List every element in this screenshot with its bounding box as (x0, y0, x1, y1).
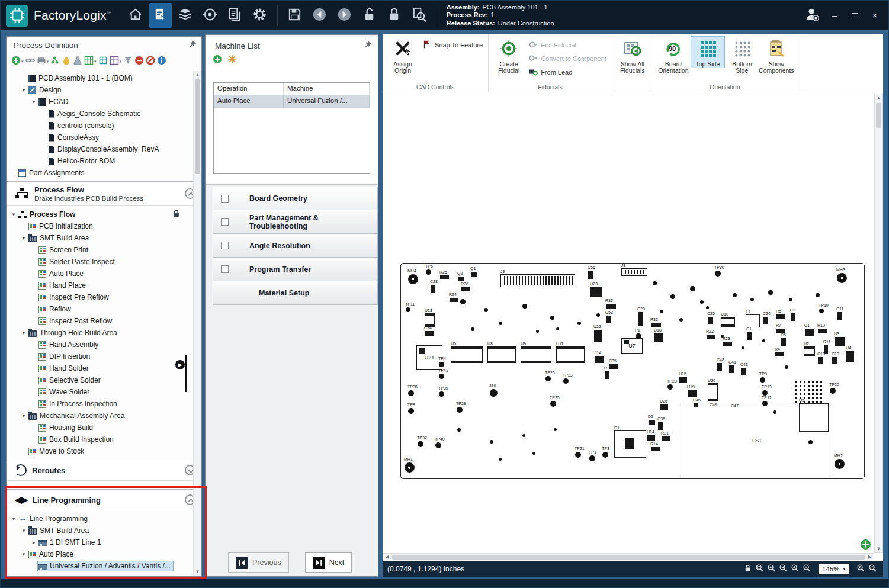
assign-origin-button[interactable]: Assign Origin (386, 36, 420, 75)
tree-item-part-assignments[interactable]: Part Assignments (7, 167, 192, 179)
zoom-level-select[interactable]: 145% ▾ (819, 564, 849, 574)
pcb-component-l1[interactable]: L1 (746, 314, 760, 327)
scroll-left-arrow[interactable]: ◀ (383, 554, 391, 561)
save-button[interactable] (284, 3, 306, 28)
tree-item-dip-insertion[interactable]: DIP Insertion (7, 351, 192, 362)
check-in-lock-button[interactable] (383, 3, 406, 28)
tree-item-selective-solder[interactable]: Selective Solder (7, 374, 192, 386)
check-out-unlock-button[interactable] (358, 3, 381, 28)
pcb-component-r24[interactable]: R24 (450, 298, 458, 302)
pin-icon[interactable] (364, 40, 372, 51)
section-board-geometry[interactable]: Board Geometry (213, 187, 378, 210)
expander-closed-icon[interactable]: ▸ (30, 539, 37, 545)
maximize-button[interactable] (849, 10, 860, 21)
canvas-vertical-scrollbar[interactable]: ▲ ▼ (874, 94, 883, 553)
test-button[interactable] (73, 56, 82, 68)
pin-icon[interactable] (189, 40, 197, 50)
pcb-component-d2[interactable]: D2 (649, 420, 655, 425)
pcb-component-u8[interactable]: U8 (487, 346, 516, 363)
pcb-component-u20[interactable]: U20 (708, 383, 718, 401)
filter-button[interactable] (123, 56, 133, 68)
print-button[interactable]: ▾ (37, 56, 49, 68)
tree-item-ecad[interactable]: ▾ECAD (7, 96, 192, 108)
scrollbar-thumb[interactable] (392, 555, 865, 560)
pcb-component-u22[interactable]: U22 (594, 330, 602, 342)
top-side-button[interactable]: Top Side (691, 36, 725, 68)
expander-open-icon[interactable]: ▾ (20, 235, 27, 241)
npi-editor-button[interactable] (149, 3, 172, 28)
zoom-out-button[interactable] (801, 564, 813, 574)
pcb-component-r33[interactable]: R33 (606, 304, 616, 309)
pcb-component-tp40[interactable]: TP40 (435, 442, 441, 448)
audit-search-button[interactable] (408, 3, 431, 28)
pcb-component-c48[interactable]: C48 (717, 363, 722, 371)
pcb-component-r4[interactable]: R4 (775, 352, 784, 356)
section-program-transfer[interactable]: Program Transfer (213, 258, 378, 281)
scroll-down-arrow[interactable]: ▼ (194, 568, 201, 576)
link-button[interactable] (25, 56, 35, 68)
board-view-teal-button[interactable] (98, 56, 108, 68)
expander-open-icon[interactable]: ▾ (10, 516, 17, 522)
pcb-component-mh4[interactable]: MH4 (408, 274, 418, 284)
pcb-component-u6[interactable]: U6 (451, 346, 483, 363)
pcb-component-u7[interactable]: U7 (621, 338, 643, 354)
zoom-region-button[interactable] (753, 564, 765, 574)
user-icon[interactable] (804, 7, 820, 24)
tree-item-design[interactable]: ▾Design (7, 84, 192, 96)
pcb-component-mh1[interactable]: MH1 (405, 462, 415, 473)
expander-open-icon[interactable]: ▾ (20, 551, 27, 557)
checkbox[interactable] (221, 218, 229, 226)
pcb-component-u14[interactable]: U14 (647, 435, 655, 441)
pan-lock-button[interactable] (742, 564, 753, 574)
scroll-right-arrow[interactable]: ▶ (866, 554, 874, 561)
pcb-component-r28[interactable]: R28 (605, 371, 609, 379)
pcb-component-r14[interactable]: R14 (651, 447, 660, 451)
info-button[interactable] (157, 56, 166, 68)
tree-item-pcb-assembly-101-1-bom[interactable]: PCB Assembly 101 - 1 (BOM) (7, 72, 192, 84)
pcb-component-c11[interactable]: C11 (837, 312, 842, 320)
process-flow-section-header[interactable]: Process Flow Drake Industries PCB Build … (7, 181, 201, 206)
pcb-component-tp4[interactable]: TP4 (439, 362, 444, 367)
pcb-component-u11[interactable]: U11 (556, 346, 585, 363)
pcb-component-u2[interactable]: U2 (804, 346, 815, 356)
pcb-component-tp25[interactable]: TP25 (550, 401, 556, 407)
zoom-dynamic-button[interactable] (765, 564, 777, 574)
tree-item-box-build-inspection[interactable]: Box Build Inspection (7, 433, 192, 445)
pcb-component-q1[interactable]: Q1 (471, 272, 477, 277)
scrollbar-thumb[interactable] (195, 79, 200, 174)
pcb-component-r25[interactable]: R25 (440, 275, 449, 279)
pcb-component-tp30[interactable]: TP30 (715, 271, 721, 277)
pcb-component-c13[interactable]: C13 (832, 357, 837, 364)
pcb-component-r21[interactable]: R21 (662, 436, 670, 441)
pcb-component-c56[interactable]: C56 (588, 271, 593, 279)
tree-item-universal-fuzion-advantis-vantis[interactable]: Universal Fuzion / Advantis / Vantis /..… (7, 560, 192, 572)
expander-open-icon[interactable]: ▾ (20, 87, 27, 93)
expander-open-icon[interactable]: ▾ (20, 330, 27, 336)
tree-item-solder-paste-inspect[interactable]: Solder Paste Inspect (7, 256, 192, 268)
zoom-in-button[interactable] (789, 564, 801, 574)
tree-item-aegis-console-schematic[interactable]: Aegis_Console Schematic (7, 108, 192, 120)
pcb-component-c1[interactable]: C1 (747, 332, 752, 340)
pcb-component-r22[interactable]: R22 (707, 335, 715, 339)
tree-item-process-flow[interactable]: ▾Process Flow (7, 208, 192, 220)
board-view-purple-button[interactable]: ▾ (110, 56, 122, 68)
pcb-component-j10[interactable]: J10 (490, 389, 498, 397)
highlight-button[interactable] (62, 56, 71, 68)
pcb-component-r7[interactable]: R7 (776, 329, 785, 333)
pcb-component-tp39[interactable]: TP39 (439, 391, 444, 397)
pcb-component-tp20[interactable]: TP20 (830, 388, 836, 394)
tree-item-mechanical-assembly-area[interactable]: ▾Mechanical Assembly Area (7, 410, 192, 422)
section-material-setup[interactable]: Material Setup (213, 281, 378, 305)
pcb-component-tp26[interactable]: TP26 (545, 376, 551, 381)
edit-fiducial-button[interactable]: Edit Fiducial (528, 39, 606, 50)
pcb-component-tp41[interactable]: TP41 (439, 374, 444, 379)
pcb-component-u25[interactable]: U25 (660, 404, 668, 410)
pcb-component-c10[interactable]: C10 (818, 357, 823, 364)
zoom-selection-button[interactable] (866, 564, 878, 574)
pcb-component-u10[interactable]: U10 (721, 317, 735, 327)
snap-to-feature-button[interactable]: Snap To Feature (422, 39, 483, 50)
tree-item-hand-assembly[interactable]: Hand Assembly (7, 339, 192, 351)
left-panel-scrollbar[interactable]: ▲ ▼ (193, 71, 201, 576)
pcb-component-c43[interactable]: C43 (741, 368, 746, 375)
tree-item-inspect-post-reflow[interactable]: Inspect Post Reflow (7, 315, 192, 327)
